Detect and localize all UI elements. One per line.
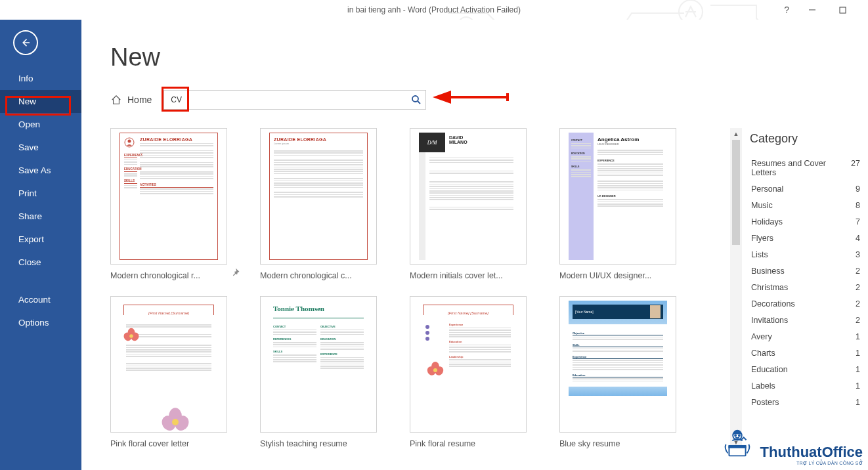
scroll-up-button[interactable]: ▲: [730, 128, 742, 140]
category-item[interactable]: Decorations2: [750, 295, 863, 312]
svg-rect-4: [840, 7, 846, 13]
watermark-subtext: TRỢ LÝ CỦA DÂN CÔNG SỞ: [760, 461, 863, 466]
template-thumbnail[interactable]: EXPERIENCEEDUCATIONSKILLSZURAIDE ELORRIA…: [110, 128, 227, 265]
template-thumbnail[interactable]: Tonnie ThomsenCONTACTREFERENCESSKILLSOBJ…: [260, 296, 377, 433]
help-button[interactable]: ?: [784, 5, 789, 15]
home-link[interactable]: Home: [110, 95, 152, 105]
search-input[interactable]: [171, 95, 411, 104]
search-icon[interactable]: [411, 95, 422, 105]
template-card[interactable]: [Your Name]ObjectiveSkillsExperienceEduc…: [559, 296, 691, 448]
category-item[interactable]: Avery1: [750, 328, 863, 345]
template-label: Blue sky resume: [559, 439, 676, 448]
nav-item-save[interactable]: Save: [0, 136, 81, 159]
nav-item-print[interactable]: Print: [0, 182, 81, 205]
svg-point-20: [172, 419, 179, 425]
main-content: New Home: [81, 20, 868, 470]
category-item[interactable]: Invitations2: [750, 312, 863, 328]
template-label: Pink floral cover letter: [110, 439, 227, 448]
search-box[interactable]: [163, 90, 426, 110]
template-card[interactable]: [First Name] [Surname]ExperienceEducatio…: [410, 296, 541, 448]
template-label: Modern UI/UX designer...: [559, 271, 676, 280]
template-thumbnail[interactable]: D/MDAVIDMILANO: [410, 128, 527, 265]
pin-icon[interactable]: [232, 267, 242, 276]
home-label: Home: [127, 95, 152, 105]
template-card[interactable]: Tonnie ThomsenCONTACTREFERENCESSKILLSOBJ…: [260, 296, 391, 448]
template-thumbnail[interactable]: CONTACTEDUCATIONSKILLSAngelica AstromUI/…: [559, 128, 676, 265]
template-label: Modern initials cover let...: [410, 271, 527, 280]
nav-item-options[interactable]: Options: [0, 311, 81, 334]
back-button[interactable]: [13, 30, 38, 55]
template-thumbnail[interactable]: ZURAIDE ELORRIAGALorem ipsum: [260, 128, 377, 265]
template-label: Modern chronological c...: [260, 271, 377, 280]
nav-item-close[interactable]: Close: [0, 251, 81, 274]
svg-point-12: [128, 140, 131, 143]
category-item[interactable]: Labels1: [750, 377, 863, 394]
minimize-button[interactable]: [797, 0, 827, 20]
category-item[interactable]: Business2: [750, 263, 863, 279]
template-thumbnail[interactable]: [First Name] [Surname]: [110, 296, 227, 433]
nav-item-info[interactable]: Info: [0, 67, 81, 90]
template-card[interactable]: D/MDAVIDMILANOModern initials cover let.…: [410, 128, 541, 280]
template-card[interactable]: [First Name] [Surname]Pink floral cover …: [110, 296, 242, 448]
category-item[interactable]: Education1: [750, 361, 863, 377]
nav-item-share[interactable]: Share: [0, 205, 81, 228]
svg-rect-29: [729, 446, 745, 448]
backstage-sidebar: InfoNewOpenSaveSave AsPrintShareExportCl…: [0, 20, 81, 470]
nav-item-export[interactable]: Export: [0, 228, 81, 251]
svg-point-26: [735, 435, 736, 437]
template-card[interactable]: ZURAIDE ELORRIAGALorem ipsumModern chron…: [260, 128, 391, 280]
svg-marker-9: [433, 91, 451, 104]
category-item[interactable]: Holidays7: [750, 213, 863, 230]
template-card[interactable]: CONTACTEDUCATIONSKILLSAngelica AstromUI/…: [559, 128, 691, 280]
category-item[interactable]: Lists3: [750, 246, 863, 263]
watermark: ThuthuatOffice TRỢ LÝ CỦA DÂN CÔNG SỞ: [718, 425, 863, 466]
svg-point-24: [433, 368, 437, 372]
category-item[interactable]: Personal9: [750, 181, 863, 197]
maximize-button[interactable]: [827, 0, 857, 20]
svg-line-6: [418, 101, 420, 104]
template-thumbnail[interactable]: [Your Name]ObjectiveSkillsExperienceEduc…: [559, 296, 676, 433]
template-label: Modern chronological r...: [110, 271, 227, 280]
nav-item-open[interactable]: Open: [0, 113, 81, 136]
category-item[interactable]: Charts1: [750, 345, 863, 361]
watermark-text: ThuthuatOffice: [760, 444, 863, 461]
window-title: in bai tieng anh - Word (Product Activat…: [347, 5, 521, 14]
template-thumbnail[interactable]: [First Name] [Surname]ExperienceEducatio…: [410, 296, 527, 433]
titlebar: in bai tieng anh - Word (Product Activat…: [0, 0, 868, 20]
svg-point-5: [412, 96, 418, 102]
category-item[interactable]: Resumes and Cover Letters27: [750, 155, 863, 181]
scroll-thumb[interactable]: [732, 140, 740, 245]
nav-item-save-as[interactable]: Save As: [0, 159, 81, 182]
category-item[interactable]: Posters1: [750, 394, 863, 410]
category-title: Category: [750, 132, 863, 146]
nav-item-new[interactable]: New: [0, 90, 81, 113]
category-item[interactable]: Music8: [750, 197, 863, 213]
svg-point-16: [129, 334, 133, 338]
category-item[interactable]: Christmas2: [750, 279, 863, 295]
category-panel: Category Resumes and Cover Letters27Pers…: [742, 128, 868, 448]
template-label: Stylish teaching resume: [260, 439, 377, 448]
template-card[interactable]: EXPERIENCEEDUCATIONSKILLSZURAIDE ELORRIA…: [110, 128, 242, 280]
watermark-icon: [718, 425, 756, 466]
category-item[interactable]: Flyers4: [750, 230, 863, 246]
templates-scrollbar[interactable]: ▲ ▼: [730, 128, 742, 448]
page-title: New: [110, 43, 868, 72]
svg-point-27: [738, 435, 739, 437]
annotation-arrow: [430, 91, 509, 104]
template-label: Pink floral resume: [410, 439, 527, 448]
nav-item-account[interactable]: Account: [0, 288, 81, 311]
home-icon: [110, 95, 122, 105]
